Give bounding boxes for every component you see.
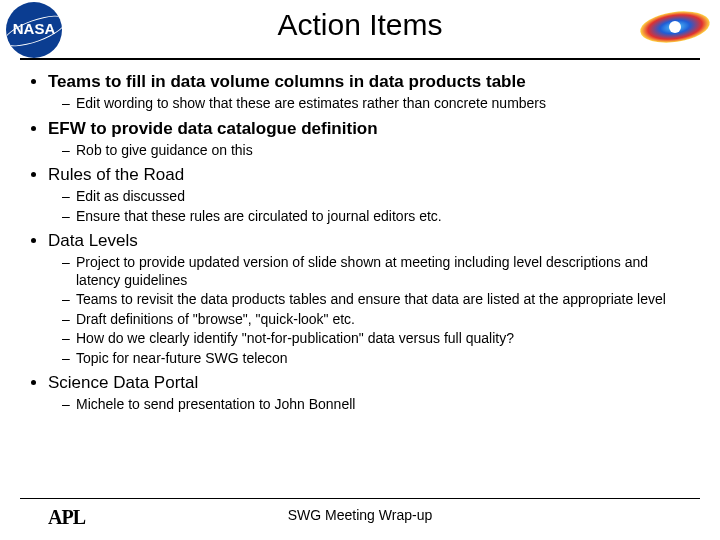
nasa-logo-icon: NASA [6,2,70,54]
sub-list: Project to provide updated version of sl… [48,254,692,367]
bullet-list: Teams to fill in data volume columns in … [28,72,692,414]
sub-list-item: Edit wording to show that these are esti… [62,95,692,113]
sub-list: Rob to give guidance on this [48,142,692,160]
sub-list-item: Topic for near-future SWG telecon [62,350,692,368]
footer: APL SWG Meeting Wrap-up [0,498,720,540]
sub-list: Edit wording to show that these are esti… [48,95,692,113]
radiation-belt-icon [638,6,712,48]
header: NASA Action Items [0,0,720,58]
list-item-text: Science Data Portal [48,373,198,392]
list-item-text: Teams to fill in data volume columns in … [48,72,526,91]
sub-list-item: Edit as discussed [62,188,692,206]
list-item-text: Data Levels [48,231,138,250]
sub-list-item: Draft definitions of "browse", "quick-lo… [62,311,692,329]
list-item: Science Data PortalMichele to send prese… [48,373,692,414]
sub-list-item: How do we clearly identify "not-for-publ… [62,330,692,348]
sub-list: Edit as discussedEnsure that these rules… [48,188,692,225]
sub-list-item: Michele to send presentation to John Bon… [62,396,692,414]
list-item: Teams to fill in data volume columns in … [48,72,692,113]
slide: NASA Action Items Teams to fill in data … [0,0,720,540]
list-item: Data LevelsProject to provide updated ve… [48,231,692,367]
sub-list-item: Teams to revisit the data products table… [62,291,692,309]
divider-bottom [20,498,700,499]
list-item: EFW to provide data catalogue definition… [48,119,692,160]
list-item-text: EFW to provide data catalogue definition [48,119,378,138]
footer-text: SWG Meeting Wrap-up [0,503,720,523]
sub-list-item: Project to provide updated version of sl… [62,254,692,289]
sub-list-item: Ensure that these rules are circulated t… [62,208,692,226]
list-item: Rules of the RoadEdit as discussedEnsure… [48,165,692,225]
sub-list: Michele to send presentation to John Bon… [48,396,692,414]
apl-logo-icon: APL [48,506,85,529]
slide-title: Action Items [0,0,720,42]
list-item-text: Rules of the Road [48,165,184,184]
content-area: Teams to fill in data volume columns in … [0,60,720,414]
sub-list-item: Rob to give guidance on this [62,142,692,160]
